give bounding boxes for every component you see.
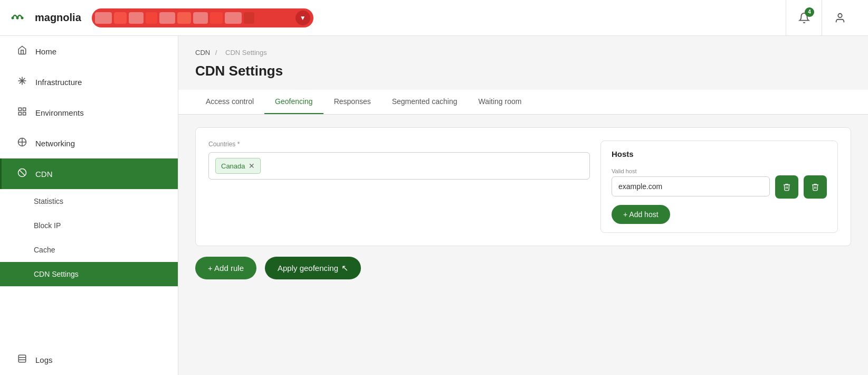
progress-segment-4 (146, 12, 157, 24)
tab-access-control[interactable]: Access control (195, 90, 264, 114)
apply-geofencing-button[interactable]: Apply geofencing ↖ (265, 257, 361, 279)
sidebar-item-home[interactable]: Home (0, 36, 178, 67)
topbar-right: 4 (786, 0, 857, 36)
sidebar-sub-item-block-ip[interactable]: Block IP (0, 213, 178, 238)
sidebar-sub-item-block-ip-label: Block IP (34, 221, 61, 230)
progress-dropdown-button[interactable]: ▼ (295, 11, 310, 25)
home-icon (16, 45, 28, 58)
add-host-button[interactable]: + Add host (612, 205, 670, 224)
sidebar-item-logs-label: Logs (35, 355, 53, 364)
countries-section: Countries * Canada ✕ (208, 140, 590, 180)
notifications-button[interactable]: 4 (786, 0, 822, 36)
user-icon (834, 12, 846, 24)
sidebar-item-infrastructure[interactable]: Infrastructure (0, 67, 178, 97)
progress-segment-8 (210, 12, 223, 24)
notification-badge: 4 (805, 7, 814, 17)
progress-segment-2 (114, 12, 127, 24)
progress-segment-7 (193, 12, 208, 24)
logo-text: magnolia (35, 12, 81, 24)
breadcrumb-parent[interactable]: CDN (195, 49, 210, 57)
main-layout: Home Infrastructure Environments Network… (0, 36, 868, 375)
hosts-title: Hosts (612, 149, 827, 158)
valid-host-label: Valid host (612, 168, 770, 174)
breadcrumb: CDN / CDN Settings (195, 49, 851, 57)
svg-rect-8 (18, 108, 21, 110)
progress-segment-5 (159, 12, 175, 24)
svg-rect-10 (18, 112, 21, 115)
infrastructure-icon (16, 76, 28, 88)
host-input-wrap: Valid host (612, 168, 770, 196)
svg-rect-16 (18, 355, 26, 362)
environments-icon (16, 107, 28, 119)
delete-host-button-1[interactable] (775, 175, 798, 199)
delete-host-button-2[interactable] (804, 175, 827, 199)
logs-icon (16, 354, 28, 366)
apply-geofencing-label: Apply geofencing (278, 264, 338, 273)
tab-waiting-room[interactable]: Waiting room (468, 90, 532, 114)
logo-icon (11, 11, 31, 25)
svg-line-15 (20, 170, 25, 175)
networking-icon (16, 137, 28, 149)
country-tag-canada-remove[interactable]: ✕ (249, 162, 255, 170)
tab-responses[interactable]: Responses (323, 90, 381, 114)
countries-field-label: Countries * (208, 140, 590, 148)
add-rule-label: + Add rule (208, 264, 244, 273)
bottom-actions: + Add rule Apply geofencing ↖ (195, 257, 851, 279)
svg-point-0 (12, 16, 14, 19)
tab-segmented-caching[interactable]: Segmented caching (381, 90, 468, 114)
trash-icon-1 (783, 183, 791, 191)
sidebar-item-cdn[interactable]: CDN (0, 158, 178, 189)
sidebar-sub-item-cache-label: Cache (34, 246, 55, 254)
country-tag-canada-label: Canada (221, 162, 245, 170)
svg-rect-11 (23, 112, 26, 115)
add-host-label: + Add host (623, 210, 659, 219)
progress-segment-9 (225, 12, 242, 24)
host-row-1: Valid host (612, 166, 827, 199)
hosts-section: Hosts Valid host (600, 140, 838, 233)
topbar: magnolia ▼ 4 (0, 0, 868, 36)
content-area: CDN / CDN Settings CDN Settings Access c… (178, 36, 868, 375)
progress-segment-6 (177, 12, 191, 24)
svg-point-2 (21, 16, 24, 19)
page-title: CDN Settings (195, 63, 851, 79)
sidebar-sub-item-cdn-settings[interactable]: CDN Settings (0, 262, 178, 286)
cdn-icon (16, 168, 28, 180)
sidebar-sub-item-statistics[interactable]: Statistics (0, 189, 178, 213)
user-profile-button[interactable] (822, 0, 857, 36)
sidebar: Home Infrastructure Environments Network… (0, 36, 178, 375)
progress-segment-1 (95, 12, 112, 24)
tabs-container: Access control Geofencing Responses Segm… (178, 90, 868, 115)
sidebar-item-networking[interactable]: Networking (0, 128, 178, 158)
svg-rect-9 (23, 108, 26, 110)
trash-icon-2 (811, 183, 819, 191)
svg-point-1 (16, 16, 19, 19)
svg-point-3 (838, 13, 842, 17)
sidebar-sub-item-cache[interactable]: Cache (0, 238, 178, 262)
add-rule-button[interactable]: + Add rule (195, 257, 256, 279)
progress-segment-10 (244, 12, 254, 24)
breadcrumb-separator: / (215, 49, 219, 57)
tab-geofencing[interactable]: Geofencing (264, 90, 323, 114)
valid-host-input[interactable] (612, 176, 770, 196)
sidebar-item-infrastructure-label: Infrastructure (35, 78, 82, 87)
sidebar-sub-item-cdn-settings-label: CDN Settings (34, 270, 79, 278)
sidebar-item-environments-label: Environments (35, 108, 84, 117)
sidebar-item-environments[interactable]: Environments (0, 97, 178, 128)
sidebar-item-logs[interactable]: Logs (0, 344, 178, 375)
sidebar-item-cdn-label: CDN (35, 170, 53, 179)
progress-bar[interactable]: ▼ (92, 8, 313, 27)
breadcrumb-current: CDN Settings (225, 49, 267, 57)
cursor-icon: ↖ (341, 263, 348, 273)
progress-segment-3 (129, 12, 144, 24)
topbar-left: magnolia ▼ (11, 8, 313, 27)
country-tag-canada: Canada ✕ (215, 158, 261, 174)
rule-card: Countries * Canada ✕ Hosts Valid host (195, 127, 851, 246)
sidebar-sub-item-statistics-label: Statistics (34, 197, 63, 205)
sidebar-item-home-label: Home (35, 47, 56, 56)
logo: magnolia (11, 11, 81, 25)
countries-input[interactable]: Canada ✕ (208, 152, 590, 180)
sidebar-item-networking-label: Networking (35, 139, 75, 148)
